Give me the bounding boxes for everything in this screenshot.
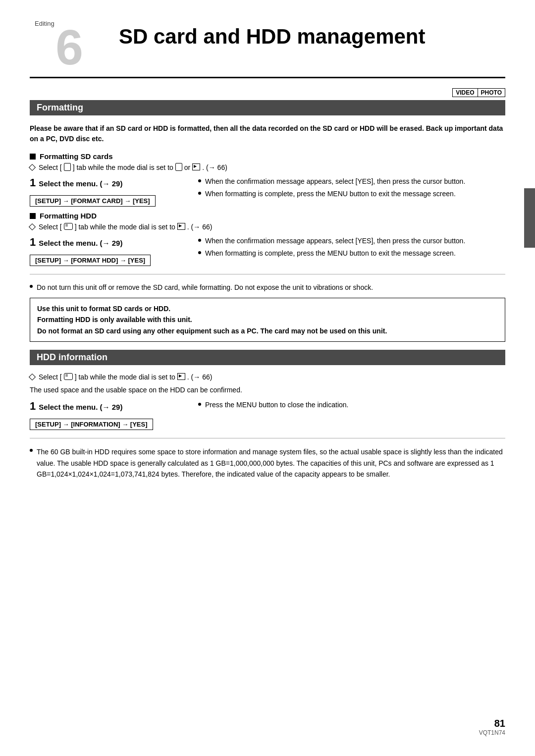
sd-step1-left: 1 Select the menu. (→ 29) [SETUP] → [FOR…: [30, 176, 183, 207]
play-mode-icon-3: [177, 373, 185, 380]
bullet-dot-icon: [198, 192, 201, 195]
chapter-header: Editing 6 SD card and HDD management: [30, 20, 505, 78]
hdd-step-number: 1: [30, 236, 36, 249]
play-mode-icon: [192, 163, 200, 170]
hdd-info-bullets: Press the MENU button to close the indic…: [198, 400, 505, 410]
page-code: VQT1N74: [479, 729, 505, 736]
page-number: 81: [494, 718, 505, 729]
hdd-step1-right: When the confirmation message appears, s…: [198, 236, 505, 266]
hdd-sym-icon-2: [64, 373, 73, 380]
sd-command-box: [SETUP] → [FORMAT CARD] → [YES]: [30, 195, 156, 207]
sd-bullet-1: When the confirmation message appears, s…: [198, 176, 505, 187]
formatting-warning: Please be aware that if an SD card or HD…: [30, 123, 505, 144]
bullet-dot-icon-3: [198, 239, 201, 242]
page-footer: 81 VQT1N74: [479, 718, 505, 736]
sd-mode-icon: [175, 163, 182, 171]
formatting-section-header: Formatting: [30, 100, 505, 115]
sd-step1-container: 1 Select the menu. (→ 29) [SETUP] → [FOR…: [30, 176, 505, 207]
hdd-step1-container: 1 Select the menu. (→ 29) [SETUP] → [FOR…: [30, 236, 505, 266]
black-square-icon: [30, 154, 36, 160]
note-line-3: Do not format an SD card using any other…: [37, 325, 498, 336]
hdd-info-command-box: [SETUP] → [INFORMATION] → [YES]: [30, 419, 153, 430]
hdd-bullet-2: When formatting is complete, press the M…: [198, 248, 505, 259]
hdd-command-box: [SETUP] → [FORMAT HDD] → [YES]: [30, 255, 151, 266]
hdd-bullet-1: When the confirmation message appears, s…: [198, 236, 505, 246]
bullet-dot-icon-5: [30, 285, 33, 288]
diamond-icon-2: [29, 223, 36, 230]
chapter-title: SD card and HDD management: [119, 20, 425, 49]
formatting-info-bullet: Do not turn this unit off or remove the …: [30, 282, 505, 293]
section-divider-1: [30, 274, 505, 274]
hdd-info-step1-container: 1 Select the menu. (→ 29) [SETUP] → [INF…: [30, 400, 505, 430]
hdd-step1-title-row: 1 Select the menu. (→ 29): [30, 236, 183, 249]
hdd-info-step1-label: Select the menu. (→ 29): [39, 403, 122, 411]
sd-icon: [64, 163, 71, 171]
formatting-sd-title: Formatting SD cards: [30, 152, 505, 161]
sd-step1-title-row: 1 Select the menu. (→ 29): [30, 176, 183, 189]
right-tab: [524, 188, 535, 248]
hdd-select-line: Select [ ] tab while the mode dial is se…: [30, 223, 505, 231]
black-square-icon-2: [30, 213, 36, 219]
diamond-icon-3: [29, 374, 36, 380]
note-line-2: Formatting HDD is only available with th…: [37, 314, 498, 325]
sd-bullet-2: When formatting is complete, press the M…: [198, 189, 505, 199]
hdd-info-section: HDD information Select [ ] tab while the…: [30, 350, 505, 480]
hdd-bullets: When the confirmation message appears, s…: [198, 236, 505, 259]
bullet-dot-icon-7: [30, 449, 33, 452]
video-photo-badge: VIDEO PHOTO: [30, 88, 505, 97]
hdd-info-paragraph-bullet: The 60 GB built-in HDD requires some spa…: [30, 446, 505, 480]
hdd-info-step1-title-row: 1 Select the menu. (→ 29): [30, 400, 183, 413]
chapter-number: 6: [55, 22, 83, 72]
hdd-sym-icon: [64, 223, 73, 230]
chapter-left: Editing 6: [30, 20, 119, 72]
sd-step1-right: When the confirmation message appears, s…: [198, 176, 505, 207]
hdd-info-description: The used space and the usable space on t…: [30, 386, 505, 394]
hdd-info-bullet-1: Press the MENU button to close the indic…: [198, 400, 505, 410]
bullet-dot-icon-6: [198, 403, 201, 406]
hdd-info-paragraph: The 60 GB built-in HDD requires some spa…: [37, 446, 505, 480]
hdd-step1-left: 1 Select the menu. (→ 29) [SETUP] → [FOR…: [30, 236, 183, 266]
section-divider-2: [30, 438, 505, 438]
hdd-info-section-header: HDD information: [30, 350, 505, 365]
bullet-dot-icon-4: [198, 251, 201, 254]
play-mode-icon-2: [177, 223, 185, 230]
sd-select-line: Select [ ] tab while the mode dial is se…: [30, 163, 505, 171]
formatting-section: Formatting Please be aware that if an SD…: [30, 100, 505, 342]
editing-label: Editing: [35, 20, 54, 27]
video-badge: VIDEO: [452, 88, 478, 97]
photo-badge: PHOTO: [478, 88, 505, 97]
hdd-step1-label: Select the menu. (→ 29): [39, 239, 122, 247]
hdd-info-select-line: Select [ ] tab while the mode dial is se…: [30, 373, 505, 381]
diamond-icon: [29, 164, 36, 171]
note-box: Use this unit to format SD cards or HDD.…: [30, 298, 505, 342]
sd-bullets: When the confirmation message appears, s…: [198, 176, 505, 199]
formatting-hdd-title: Formatting HDD: [30, 212, 505, 220]
hdd-info-step1-left: 1 Select the menu. (→ 29) [SETUP] → [INF…: [30, 400, 183, 430]
hdd-info-step1-right: Press the MENU button to close the indic…: [198, 400, 505, 430]
note-line-1: Use this unit to format SD cards or HDD.: [37, 303, 498, 314]
bullet-dot-icon: [198, 179, 201, 182]
hdd-info-step-number: 1: [30, 400, 36, 413]
sd-step-number: 1: [30, 176, 36, 189]
sd-step1-label: Select the menu. (→ 29): [39, 179, 122, 188]
